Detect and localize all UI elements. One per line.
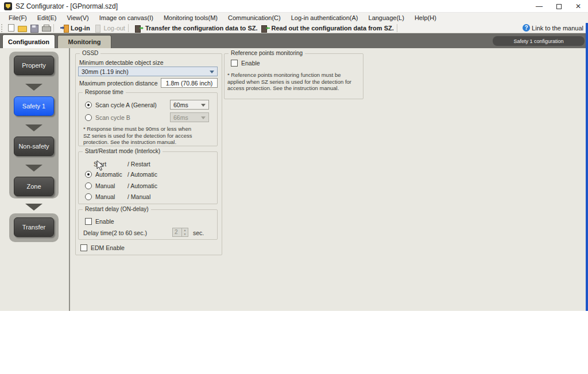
menu-bar: File(F) Edit(E) View(V) Image on canvas(… (0, 13, 588, 23)
sidebar-item-non-safety[interactable]: Non-safety (14, 137, 54, 156)
tab-monitoring[interactable]: Monitoring (57, 35, 111, 48)
tab-strip: Configuration Monitoring Safety 1 config… (0, 33, 588, 48)
max-protection-distance-label: Maximum protection distance (79, 80, 158, 87)
logout-button: Log-out (104, 25, 125, 32)
interlock-header-restart: / Restart (127, 161, 150, 167)
maximize-icon (556, 4, 562, 9)
scan-cycle-a-value: 60ms (173, 102, 188, 108)
note-line: SZ series is used for the detection for … (83, 133, 192, 139)
interlock-manual-manual-start[interactable]: Manual (95, 193, 115, 200)
print-icon[interactable] (42, 24, 51, 32)
scan-cycle-b-radio[interactable] (85, 114, 92, 121)
scan-cycle-a-dropdown[interactable]: 60ms (170, 100, 209, 110)
note-line: access protection. See the instruction m… (227, 85, 351, 92)
close-icon: ✕ (575, 2, 581, 10)
min-object-size-label: Minimum detectable object size (79, 59, 163, 66)
interlock-manual-auto-start[interactable]: Manual (95, 182, 115, 189)
scan-cycle-b-value: 66ms (173, 114, 188, 121)
tab-configuration[interactable]: Configuration (2, 34, 55, 48)
interlock-manual-manual-radio[interactable] (85, 193, 92, 200)
interlock-auto-auto-radio[interactable] (85, 171, 92, 178)
mouse-cursor (96, 160, 104, 171)
scan-cycle-b-dropdown: 66ms (170, 112, 209, 122)
login-icon[interactable] (60, 24, 69, 32)
open-file-icon[interactable] (18, 24, 26, 32)
read-from-sz-icon[interactable] (261, 24, 270, 32)
window-title: SZ Configurator - [GPnormal.szd] (16, 2, 118, 10)
delay-time-spinner: 2 ▲▼ (172, 228, 188, 237)
interlock-manual-auto-restart: / Automatic (127, 182, 157, 189)
response-time-note: * Response time must be 90ms or less whe… (83, 126, 192, 146)
chevron-down-icon (210, 71, 214, 73)
help-question-icon: ? (523, 24, 530, 32)
sidebar-item-safety1[interactable]: Safety 1 (14, 96, 54, 116)
min-object-size-dropdown[interactable]: 30mm (1.19 inch) (78, 67, 218, 76)
interlock-manual-manual-restart: / Manual (127, 193, 150, 200)
interlock-manual-auto-radio[interactable] (85, 182, 92, 189)
reference-enable-label[interactable]: Enable (241, 60, 260, 67)
note-line: applied when SZ series is used for the d… (227, 79, 351, 85)
spinner-arrows-icon: ▲▼ (181, 228, 188, 236)
menu-language[interactable]: Language(L) (363, 13, 409, 23)
chevron-down-icon (201, 116, 206, 119)
login-button[interactable]: Log-in (71, 25, 90, 32)
delay-time-unit: sec. (193, 229, 204, 236)
reference-points-group-label: Reference points monitoring (229, 50, 305, 56)
link-to-manual-button[interactable]: Link to the manual (532, 25, 583, 32)
reference-points-note: * Reference points monitoring function m… (227, 72, 351, 92)
minimize-icon: — (536, 2, 543, 10)
scan-cycle-b-label[interactable]: Scan cycle B (95, 114, 130, 121)
transfer-to-sz-button[interactable]: Transfer the configuration data to SZ. (145, 25, 258, 32)
menu-file[interactable]: File(F) (3, 13, 32, 23)
sidebar-item-property[interactable]: Property (14, 56, 54, 75)
toolbar-separator (128, 24, 129, 32)
delay-time-label: Delay time(2 to 60 sec.) (83, 229, 147, 236)
menu-monitoring-tools[interactable]: Monitoring tools(M) (158, 13, 223, 23)
toolbar: Log-in Log-out Transfer the configuratio… (0, 23, 588, 33)
menu-image-on-canvas[interactable]: Image on canvas(I) (94, 13, 158, 23)
chevron-down-icon (201, 104, 206, 107)
sidebar-divider (69, 48, 70, 311)
window-right-edge (586, 23, 588, 311)
edm-enable-label[interactable]: EDM Enable (91, 244, 125, 251)
ossd-group-label: OSSD (80, 50, 100, 56)
logout-icon (94, 24, 102, 32)
safety-configuration-badge: Safety 1 configuration (493, 36, 585, 46)
interlock-auto-auto-start[interactable]: Automatic (95, 171, 122, 178)
menu-help[interactable]: Help(H) (409, 13, 442, 23)
restart-delay-enable-label[interactable]: Enable (95, 218, 114, 225)
interlock-group-label: Start/Restart mode (Interlock) (83, 148, 163, 154)
scan-cycle-a-label[interactable]: Scan cycle A (General) (95, 102, 157, 108)
menu-login-authentication[interactable]: Log-in authentication(A) (286, 13, 363, 23)
title-bar: SZ Configurator - [GPnormal.szd] — ✕ (0, 0, 588, 13)
flow-arrow-icon (25, 204, 42, 211)
minimize-button[interactable]: — (529, 0, 549, 13)
content-area: Property Safety 1 Non-safety Zone Transf… (0, 48, 588, 311)
menu-communication[interactable]: Communication(C) (223, 13, 286, 23)
reference-enable-checkbox[interactable] (231, 60, 238, 67)
menu-view[interactable]: View(V) (61, 13, 94, 23)
scan-cycle-a-radio[interactable] (85, 102, 92, 108)
new-file-icon[interactable] (8, 24, 14, 32)
maximize-button[interactable] (549, 0, 568, 13)
edm-enable-checkbox[interactable] (80, 244, 87, 251)
close-button[interactable]: ✕ (568, 0, 588, 13)
note-line: * Reference points monitoring function m… (227, 72, 351, 79)
transfer-to-sz-icon[interactable] (135, 24, 144, 32)
delay-time-value: 2 (175, 229, 178, 235)
note-line: protection. See the instruction manual. (83, 139, 192, 146)
menu-edit[interactable]: Edit(E) (32, 13, 62, 23)
toolbar-separator (397, 24, 397, 32)
response-time-group-label: Response time (83, 89, 126, 95)
read-from-sz-button[interactable]: Read out the configuration data from SZ. (272, 25, 394, 32)
sidebar-item-zone[interactable]: Zone (14, 177, 54, 196)
restart-delay-enable-checkbox[interactable] (85, 218, 92, 225)
min-object-size-value: 30mm (1.19 inch) (82, 68, 129, 75)
save-icon[interactable] (30, 24, 38, 32)
app-icon (4, 2, 12, 10)
sidebar-item-transfer[interactable]: Transfer (14, 217, 54, 237)
max-protection-distance-value: 1.8m (70.86 inch) (166, 80, 213, 87)
max-protection-distance-field[interactable]: 1.8m (70.86 inch) (161, 78, 218, 88)
toolbar-separator (53, 24, 54, 32)
note-line: * Response time must be 90ms or less whe… (83, 126, 192, 133)
